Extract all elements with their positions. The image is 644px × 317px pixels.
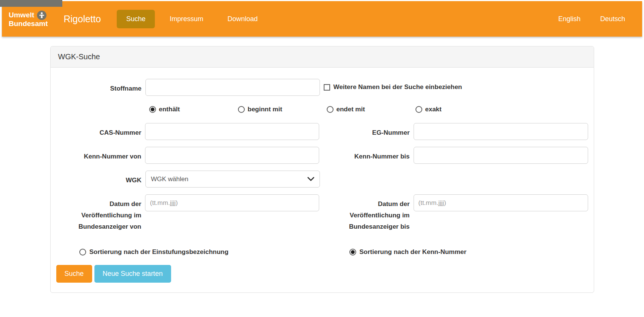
top-gray-bar [0, 0, 62, 7]
stoffname-label: Stoffname [56, 79, 142, 94]
cas-input[interactable] [145, 123, 319, 140]
radio-endet-mit[interactable]: endet mit [327, 106, 415, 113]
weitere-namen-label: Weitere Namen bei der Suche einbeziehen [334, 83, 462, 91]
radio-icon [149, 106, 156, 113]
datum-bis-input[interactable] [414, 194, 588, 211]
brand-title[interactable]: Rigoletto [63, 14, 101, 25]
wgk-select-value: WGK wählen [151, 175, 188, 183]
checkbox-icon [324, 84, 330, 91]
search-button[interactable]: Suche [56, 265, 92, 283]
datum-von-label: Datum der Veröffentlichung im Bundesanze… [56, 194, 142, 232]
uba-logo[interactable]: Umwelt Bundesamt [9, 11, 48, 28]
main-nav: Suche Impressum Download [117, 10, 267, 28]
nav-item-impressum[interactable]: Impressum [160, 10, 213, 28]
radio-icon [79, 249, 86, 255]
radio-icon [327, 106, 334, 113]
kenn-bis-input[interactable] [414, 147, 588, 164]
app-header: Umwelt Bundesamt Rigoletto Suche Impress… [2, 1, 642, 37]
datum-von-input[interactable] [145, 194, 319, 211]
logo-text-line2: Bundesamt [9, 20, 48, 28]
radio-icon [238, 106, 245, 113]
match-mode-group: enthält beginnt mit endet mit exakt [149, 106, 588, 113]
form-actions: Suche Neue Suche starten [56, 265, 588, 283]
logo-text-line1: Umwelt [9, 11, 34, 19]
radio-sort-einstufungsbezeichnung[interactable]: Sortierung nach der Einstufungsbezeichnu… [79, 248, 349, 256]
wgk-search-panel: WGK-Suche Stoffname Weitere Namen bei de… [50, 46, 594, 293]
language-switch: English Deutsch [558, 15, 625, 23]
wgk-select[interactable]: WGK wählen [145, 171, 320, 188]
radio-icon [349, 249, 356, 255]
lang-deutsch[interactable]: Deutsch [600, 15, 625, 23]
radio-exakt[interactable]: exakt [415, 106, 504, 113]
nav-item-download[interactable]: Download [218, 10, 267, 28]
nav-item-suche[interactable]: Suche [117, 10, 155, 28]
person-icon [37, 11, 46, 20]
kenn-bis-label: Kenn-Nummer bis [319, 147, 409, 162]
panel-title: WGK-Suche [51, 46, 594, 68]
lang-english[interactable]: English [558, 15, 581, 23]
eg-input[interactable] [414, 123, 588, 140]
stoffname-input[interactable] [145, 79, 320, 96]
radio-enthaelt[interactable]: enthält [149, 106, 238, 113]
kenn-von-input[interactable] [145, 147, 319, 164]
chevron-down-icon [307, 177, 314, 181]
cas-label: CAS-Nummer [56, 123, 142, 138]
radio-beginnt-mit[interactable]: beginnt mit [238, 106, 327, 113]
radio-icon [415, 106, 422, 113]
new-search-button[interactable]: Neue Suche starten [94, 265, 171, 283]
eg-label: EG-Nummer [319, 123, 409, 138]
wgk-label: WGK [56, 171, 142, 186]
radio-sort-kenn-nummer[interactable]: Sortierung nach der Kenn-Nummer [349, 248, 466, 256]
sort-group: Sortierung nach der Einstufungsbezeichnu… [79, 248, 588, 256]
weitere-namen-checkbox[interactable]: Weitere Namen bei der Suche einbeziehen [324, 79, 462, 91]
kenn-von-label: Kenn-Nummer von [56, 147, 142, 162]
wgk-search-form: Stoffname Weitere Namen bei der Suche ei… [51, 68, 594, 292]
datum-bis-label: Datum der Veröffentlichung im Bundesanze… [319, 194, 409, 232]
